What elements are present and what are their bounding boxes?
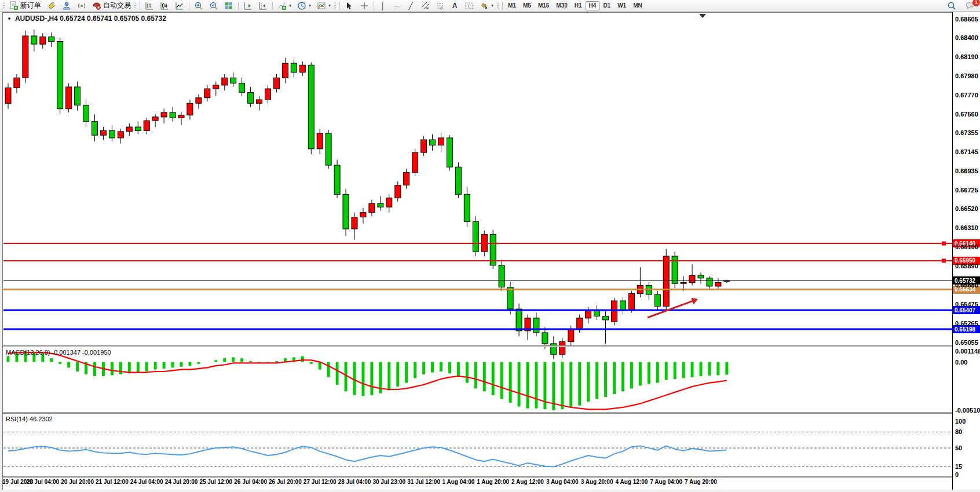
- candle-up: [23, 36, 28, 78]
- price-axis-tick: 0.67355: [955, 129, 978, 136]
- candle-up: [5, 88, 11, 104]
- price-axis-tick: 0.65055: [955, 339, 978, 346]
- candle-up: [178, 115, 184, 118]
- pane-separator-macd-rsi[interactable]: [3, 412, 980, 414]
- macd-axis-tick: 0.001148: [955, 348, 980, 355]
- candle-up: [66, 87, 72, 109]
- time-axis-label: 2 Aug 12:00: [511, 479, 544, 485]
- rsi-axis-tick: 100: [955, 418, 966, 425]
- time-axis-label: 3 Aug 20:00: [581, 479, 613, 485]
- candle-up: [204, 89, 210, 98]
- line-handle[interactable]: [942, 242, 946, 246]
- macd-indicator-label: MACD(12,26,9) -0.001347 -0.001950: [6, 349, 111, 356]
- rsi-axis-tick: 80: [955, 428, 962, 435]
- candle-down: [603, 316, 609, 320]
- candle-down: [239, 83, 245, 93]
- candle-down: [507, 287, 513, 309]
- line-handle[interactable]: [942, 258, 946, 263]
- price-axis-tick: 0.65475: [955, 301, 978, 308]
- ohlc-open: 0.65724: [60, 14, 85, 23]
- candle-down: [170, 112, 175, 118]
- candle-up: [161, 112, 167, 117]
- candle-down: [516, 309, 522, 331]
- price-axis-tick: 0.68190: [955, 53, 978, 60]
- candle-down: [594, 311, 600, 316]
- candle-up: [152, 117, 158, 121]
- macd-signal-line: [8, 352, 727, 409]
- rsi-line: [8, 446, 727, 467]
- candle-down: [109, 130, 115, 138]
- price-axis-tick: 0.66935: [955, 167, 978, 174]
- time-axis-label: 7 Aug 20:00: [685, 479, 717, 485]
- candle-up: [404, 173, 409, 185]
- time-axis-label: 20 Jul 04:00: [26, 479, 59, 485]
- ohlc-high: 0.65741: [87, 14, 112, 23]
- time-axis-label: 27 Jul 12:00: [303, 479, 337, 485]
- candle-up: [317, 133, 323, 149]
- candle-down: [92, 122, 98, 136]
- time-axis-label: 7 Aug 04:00: [650, 479, 682, 485]
- candle-down: [75, 87, 81, 105]
- price-axis-tick: 0.66520: [955, 205, 978, 212]
- candle-down: [464, 194, 470, 221]
- price-axis-tick: 0.66725: [955, 187, 978, 194]
- price-axis-tick: 0.66100: [955, 243, 978, 250]
- candle-up: [118, 132, 123, 138]
- candle-up: [681, 283, 686, 284]
- candle-down: [654, 294, 660, 306]
- candle-up: [299, 65, 305, 72]
- candle-down: [57, 42, 63, 109]
- rsi-axis-tick: 0: [955, 471, 959, 478]
- candle-down: [542, 333, 548, 344]
- candle-down: [308, 65, 314, 148]
- candle-up: [222, 78, 228, 85]
- price-axis-tick: 0.68605: [955, 16, 978, 23]
- candle-down: [135, 127, 141, 130]
- chart-title: ▼ AUDUSD-,H4 0.65724 0.65741 0.65705 0.6…: [7, 14, 166, 23]
- candle-up: [126, 127, 132, 132]
- candle-down: [334, 165, 340, 194]
- candle-up: [395, 185, 401, 198]
- candle-up: [265, 89, 271, 100]
- price-axis-tick: 0.67980: [955, 72, 978, 79]
- price-axis-tick: 0.65265: [955, 320, 978, 327]
- rsi-axis-tick: 50: [955, 444, 962, 451]
- time-axis-label: 30 Jul 23:00: [372, 479, 405, 485]
- time-axis-label: 20 Jul 20:00: [61, 479, 94, 485]
- price-axis-tick: 0.66310: [955, 224, 978, 231]
- candle-down: [499, 265, 504, 287]
- ohlc-low: 0.65705: [114, 14, 139, 23]
- candle-up: [144, 121, 149, 130]
- time-axis-label: 31 Jul 12:00: [407, 479, 440, 485]
- macd-axis-tick: -0.005104: [955, 407, 980, 414]
- candle-up: [663, 256, 669, 306]
- chart-canvas[interactable]: [0, 0, 980, 492]
- window-bottom-strip: [0, 490, 980, 492]
- price-axis-tick: 0.67145: [955, 148, 978, 155]
- candle-down: [248, 92, 254, 103]
- candle-up: [628, 294, 634, 310]
- one-click-collapse-icon[interactable]: ▼: [7, 16, 12, 21]
- time-axis-label: 4 Aug 12:00: [616, 479, 648, 485]
- candle-up: [568, 329, 574, 342]
- pane-separator-rsi-timeaxis: [3, 476, 980, 478]
- candle-down: [378, 203, 383, 207]
- candle-up: [282, 63, 288, 78]
- candle-down: [326, 133, 331, 165]
- candle-up: [257, 100, 262, 103]
- candle-down: [83, 105, 89, 121]
- candle-up: [100, 130, 106, 135]
- rsi-axis-tick: 15: [955, 463, 962, 470]
- price-axis-tick: 0.65680: [955, 282, 978, 289]
- candle-up: [412, 152, 418, 173]
- mt4-window: { "toolbar": { "new_order_label": "新订单",…: [0, 0, 980, 492]
- time-axis-label: 26 Jul 04:00: [234, 479, 267, 485]
- time-axis-label: 3 Aug 04:00: [546, 479, 579, 485]
- candle-up: [187, 103, 193, 115]
- time-axis-label: 24 Jul 04:00: [130, 479, 163, 485]
- price-axis-tick: 0.67560: [955, 111, 978, 118]
- candle-up: [369, 203, 375, 213]
- candle-up: [577, 318, 583, 329]
- candle-up: [360, 213, 366, 217]
- pane-separator-price-macd[interactable]: [3, 345, 980, 347]
